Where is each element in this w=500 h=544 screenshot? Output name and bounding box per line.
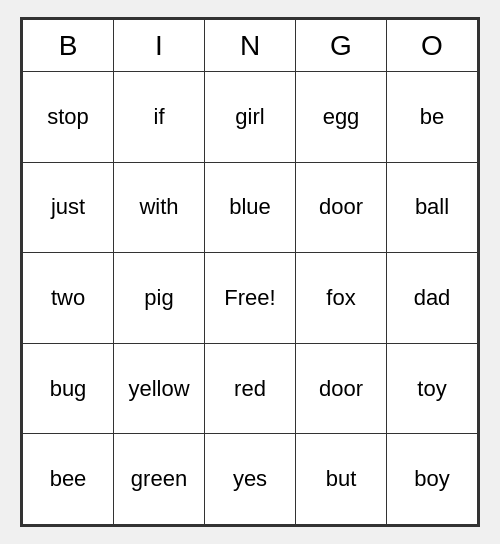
cell-r3c4: toy <box>387 343 478 434</box>
cell-r3c2: red <box>205 343 296 434</box>
col-i: I <box>114 20 205 72</box>
cell-r1c3: door <box>296 162 387 253</box>
header-row: B I N G O <box>23 20 478 72</box>
cell-r2c4: dad <box>387 253 478 344</box>
cell-r2c0: two <box>23 253 114 344</box>
cell-r0c1: if <box>114 72 205 163</box>
cell-r2c3: fox <box>296 253 387 344</box>
cell-r1c1: with <box>114 162 205 253</box>
cell-r4c1: green <box>114 434 205 525</box>
cell-r4c3: but <box>296 434 387 525</box>
cell-r2c2: Free! <box>205 253 296 344</box>
cell-r1c0: just <box>23 162 114 253</box>
col-o: O <box>387 20 478 72</box>
cell-r0c3: egg <box>296 72 387 163</box>
cell-r4c0: bee <box>23 434 114 525</box>
table-row: twopigFree!foxdad <box>23 253 478 344</box>
cell-r3c0: bug <box>23 343 114 434</box>
cell-r4c4: boy <box>387 434 478 525</box>
col-g: G <box>296 20 387 72</box>
cell-r0c4: be <box>387 72 478 163</box>
cell-r2c1: pig <box>114 253 205 344</box>
table-row: stopifgirleggbe <box>23 72 478 163</box>
cell-r4c2: yes <box>205 434 296 525</box>
col-b: B <box>23 20 114 72</box>
cell-r3c3: door <box>296 343 387 434</box>
bingo-table: B I N G O stopifgirleggbejustwithbluedoo… <box>22 19 478 525</box>
col-n: N <box>205 20 296 72</box>
table-row: justwithbluedoorball <box>23 162 478 253</box>
cell-r0c2: girl <box>205 72 296 163</box>
table-row: bugyellowreddoortoy <box>23 343 478 434</box>
cell-r0c0: stop <box>23 72 114 163</box>
bingo-card: B I N G O stopifgirleggbejustwithbluedoo… <box>20 17 480 527</box>
cell-r1c2: blue <box>205 162 296 253</box>
table-row: beegreenyesbutboy <box>23 434 478 525</box>
cell-r3c1: yellow <box>114 343 205 434</box>
cell-r1c4: ball <box>387 162 478 253</box>
